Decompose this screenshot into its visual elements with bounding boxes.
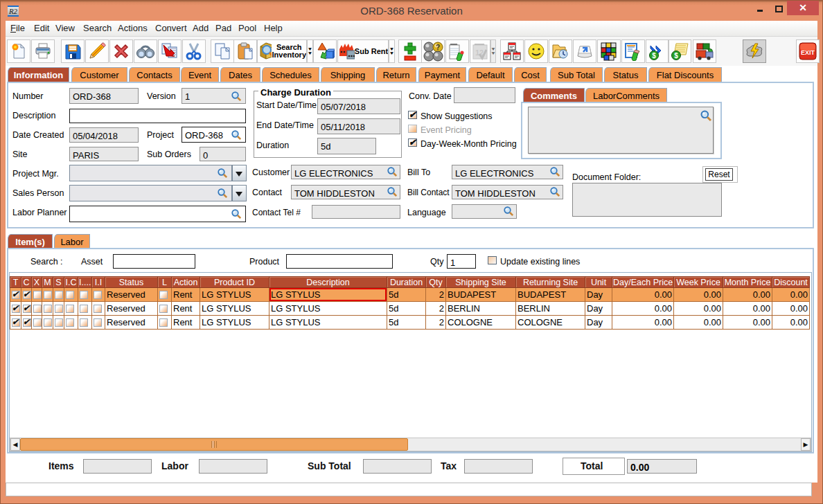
svg-text:?: ? [436,44,440,51]
svg-text:$: $ [674,52,678,60]
svg-text:$: $ [652,52,656,60]
svg-text:EXIT: EXIT [801,49,815,56]
